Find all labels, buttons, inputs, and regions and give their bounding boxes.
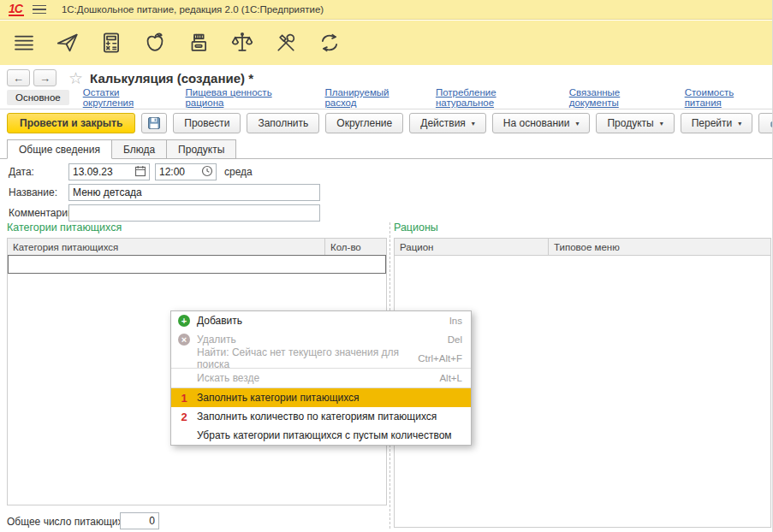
link-planned-expense[interactable]: Планируемый расход <box>324 87 421 108</box>
menu-item-search-everywhere: Искать везде Alt+L <box>171 369 471 387</box>
floppy-icon <box>147 116 161 130</box>
1c-logo: 1С <box>9 3 24 16</box>
tab-general-info[interactable]: Общие сведения <box>7 139 112 159</box>
link-natural-consumption[interactable]: Потребление натуральное <box>436 87 556 108</box>
menu-item-fill-quantity[interactable]: 2 Заполнить количество по категориям пит… <box>171 407 471 426</box>
chevron-down-icon: ▾ <box>660 120 663 127</box>
main-menu-icon[interactable] <box>10 29 38 56</box>
menu-item-fill-categories[interactable]: 1 Заполнить категории питающихся <box>171 388 471 407</box>
save-button[interactable] <box>141 113 167 133</box>
comment-label: Комментарий: <box>9 207 76 219</box>
categories-panel-title: Категории питающихся <box>7 222 122 233</box>
menu-item-find: Найти: Сейчас нет текущего значения для … <box>171 349 471 368</box>
comment-input[interactable] <box>68 204 320 222</box>
navigation-links: Основное Остатки округления Пищевая ценн… <box>7 89 772 106</box>
name-label: Название: <box>9 186 57 198</box>
window-title: 1С:Дошкольное питание, редакция 2.0 (1С:… <box>62 4 324 15</box>
calculator-icon[interactable] <box>98 29 125 56</box>
link-main[interactable]: Основное <box>7 90 69 105</box>
add-icon: + <box>178 315 190 327</box>
link-related-documents[interactable]: Связанные документы <box>569 87 671 108</box>
rations-table-header: Рацион Типовое меню <box>395 239 770 256</box>
register-icon[interactable] <box>185 29 212 56</box>
column-typical-menu[interactable]: Типовое меню <box>549 239 770 255</box>
categories-table-header: Категория питающихся Кол-во <box>8 239 386 256</box>
context-menu: + Добавить Ins × Удалить Del Найти: Сейч… <box>170 310 472 446</box>
chevron-down-icon: ▾ <box>738 120 741 127</box>
hamburger-menu-icon[interactable] <box>33 5 46 15</box>
sections-toolbar <box>0 21 772 65</box>
command-bar: Провести и закрыть Провести Заполнить Ок… <box>7 113 773 133</box>
tools-icon[interactable] <box>272 29 300 56</box>
link-nutritional-value[interactable]: Пищевая ценность рациона <box>185 87 311 108</box>
fill-button[interactable]: Заполнить <box>247 113 319 133</box>
total-eaters-input[interactable] <box>120 512 159 529</box>
goto-dropdown[interactable]: Перейти▾ <box>681 113 753 133</box>
page-title: Калькуляция (создание) * <box>90 71 253 86</box>
clock-icon[interactable] <box>201 165 215 179</box>
tab-products[interactable]: Продукты <box>166 139 236 159</box>
calendar-icon[interactable] <box>134 165 148 179</box>
total-eaters-label: Общее число питающихся: <box>7 516 136 528</box>
scales-icon[interactable] <box>229 29 256 56</box>
menu-item-remove-empty-categories[interactable]: Убрать категории питающихся с пустым кол… <box>171 426 471 445</box>
products-dropdown[interactable]: Продукты▾ <box>596 113 674 133</box>
column-category[interactable]: Категория питающихся <box>8 239 324 255</box>
delete-icon: × <box>178 334 190 346</box>
application-window: 1С 1С:Дошкольное питание, редакция 2.0 (… <box>0 0 773 532</box>
current-row[interactable] <box>8 255 386 274</box>
tab-dishes[interactable]: Блюда <box>111 139 167 159</box>
tab-strip: Общие сведения Блюда Продукты <box>0 139 772 159</box>
annotation-step-1: 1 <box>181 392 187 405</box>
post-and-close-button[interactable]: Провести и закрыть <box>7 113 135 133</box>
link-rounding-remainders[interactable]: Остатки округления <box>83 87 172 108</box>
annotation-step-2: 2 <box>181 411 187 423</box>
rations-panel-title: Рационы <box>394 222 438 233</box>
separator <box>0 109 772 109</box>
rounding-button[interactable]: Округление <box>325 113 403 133</box>
sync-icon[interactable] <box>316 29 343 56</box>
column-quantity[interactable]: Кол-во <box>324 239 386 255</box>
print-dropdown[interactable]: Печать▾ <box>758 113 773 133</box>
menu-item-add[interactable]: + Добавить Ins <box>171 311 471 330</box>
column-ration[interactable]: Рацион <box>395 239 549 255</box>
printer-icon <box>770 117 773 130</box>
title-bar: 1С 1С:Дошкольное питание, редакция 2.0 (… <box>0 0 772 20</box>
post-button[interactable]: Провести <box>173 113 241 133</box>
send-icon[interactable] <box>54 29 81 56</box>
link-food-cost[interactable]: Стоимость питания <box>685 87 772 108</box>
chevron-down-icon: ▾ <box>575 120 579 127</box>
favorite-star-icon[interactable]: ☆ <box>68 68 83 88</box>
chevron-down-icon: ▾ <box>472 120 475 127</box>
form-header: ← → ☆ Калькуляция (создание) * <box>7 68 253 87</box>
apple-icon[interactable] <box>141 29 169 56</box>
actions-dropdown[interactable]: Действия▾ <box>409 113 486 133</box>
back-button[interactable]: ← <box>7 69 30 86</box>
date-label: Дата: <box>9 166 34 178</box>
based-on-dropdown[interactable]: На основании▾ <box>492 113 591 133</box>
weekday-text: среда <box>224 166 253 178</box>
name-input[interactable] <box>68 184 320 201</box>
forward-button[interactable]: → <box>33 69 56 86</box>
